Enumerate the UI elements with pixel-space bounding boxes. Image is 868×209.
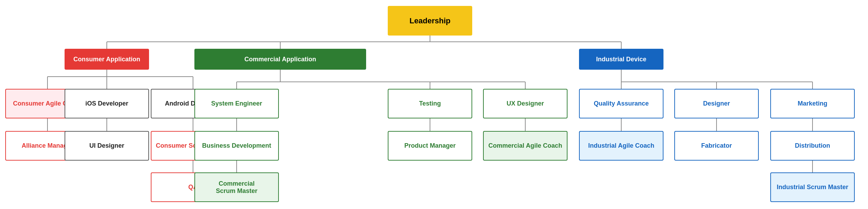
node-business-development: Business Development — [194, 131, 279, 161]
node-designer: Designer — [674, 89, 759, 118]
node-consumer-app: Consumer Application — [65, 49, 149, 70]
node-testing: Testing — [388, 89, 472, 118]
node-commercial-app: Commercial Application — [194, 49, 366, 70]
node-product-manager: Product Manager — [388, 131, 472, 161]
node-industrial-agile-coach: Industrial Agile Coach — [579, 131, 663, 161]
node-commercial-scrum-master: Commercial Scrum Master — [194, 172, 279, 202]
node-industrial-scrum-master: Industrial Scrum Master — [770, 172, 855, 202]
node-ux-designer: UX Designer — [483, 89, 567, 118]
node-distribution: Distribution — [770, 131, 855, 161]
node-system-engineer: System Engineer — [194, 89, 279, 118]
node-quality-assurance: Quality Assurance — [579, 89, 663, 118]
node-ui-designer: UI Designer — [65, 131, 149, 161]
node-leadership: Leadership — [388, 6, 472, 36]
node-commercial-agile-coach: Commercial Agile Coach — [483, 131, 567, 161]
node-marketing: Marketing — [770, 89, 855, 118]
node-ios-developer: iOS Developer — [65, 89, 149, 118]
node-industrial-device: Industrial Device — [579, 49, 663, 70]
org-chart: Leadership Consumer Application Commerci… — [0, 0, 868, 209]
node-fabricator: Fabricator — [674, 131, 759, 161]
